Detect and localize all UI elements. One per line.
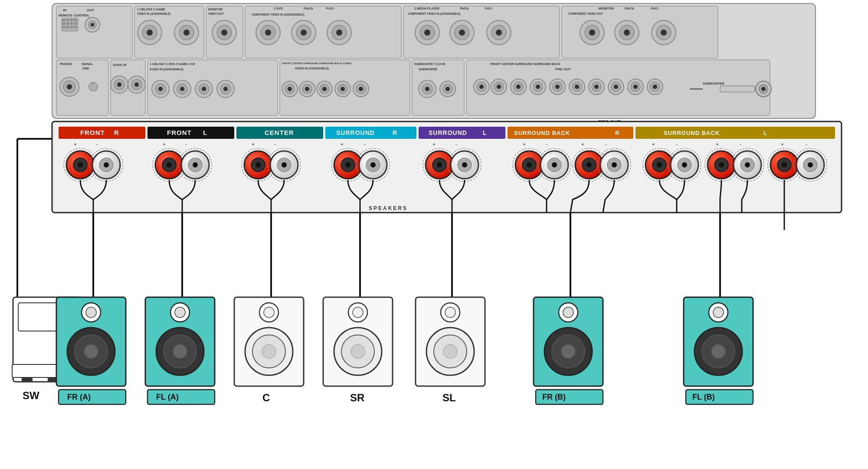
- svg-point-153: [497, 85, 501, 89]
- svg-point-257: [462, 162, 467, 167]
- svg-point-325: [86, 307, 96, 318]
- speaker-fra: [56, 297, 126, 386]
- svg-text:SUBWOOFER  7.1CH IN: SUBWOOFER 7.1CH IN: [414, 62, 445, 66]
- svg-point-50: [336, 30, 342, 36]
- svg-point-233: [193, 162, 198, 167]
- svg-point-245: [345, 162, 350, 167]
- svg-point-107: [202, 87, 206, 91]
- svg-point-281: [682, 162, 687, 167]
- svg-point-171: [614, 85, 618, 89]
- svg-text:-: -: [740, 141, 741, 148]
- svg-point-339: [264, 307, 274, 318]
- svg-point-225: [104, 162, 109, 167]
- svg-text:L: L: [483, 129, 487, 136]
- svg-point-125: [341, 87, 345, 91]
- svg-text:Pr/Cr: Pr/Cr: [485, 7, 492, 10]
- svg-rect-15: [62, 26, 65, 28]
- svg-text:1 CBL/SAT  2 GAME: 1 CBL/SAT 2 GAME: [137, 8, 165, 11]
- speaker-flb: [684, 297, 753, 386]
- svg-text:SURROUND BACK: SURROUND BACK: [664, 130, 720, 136]
- frb-label: FR (B): [542, 393, 566, 401]
- svg-point-328: [84, 344, 98, 358]
- svg-point-367: [711, 344, 725, 358]
- svg-text:+: +: [581, 141, 584, 148]
- svg-point-92: [117, 82, 121, 87]
- svg-point-58: [424, 30, 430, 36]
- svg-text:-: -: [546, 141, 547, 148]
- diagram-svg: IN OUT REMOTE CONTROL 1 CBL/SAT 2 GAME V…: [0, 0, 868, 469]
- svg-point-61: [459, 30, 465, 36]
- svg-text:1 CBL/SAT  2 DVD  3 GAME  4 CD: 1 CBL/SAT 2 DVD 3 GAME 4 CD: [150, 62, 195, 66]
- svg-point-351: [445, 307, 455, 318]
- main-container: IN OUT REMOTE CONTROL 1 CBL/SAT 2 GAME V…: [0, 0, 868, 469]
- svg-point-30: [183, 30, 190, 36]
- speaker-frb: [534, 297, 603, 386]
- svg-text:Pr/Cr: Pr/Cr: [651, 7, 658, 10]
- speaker-sr: [323, 297, 393, 386]
- svg-point-221: [78, 162, 83, 167]
- svg-rect-143: [720, 86, 755, 92]
- svg-text:-: -: [806, 141, 807, 148]
- svg-text:L: L: [92, 81, 94, 84]
- svg-text:-: -: [364, 141, 366, 148]
- svg-text:+: +: [252, 141, 255, 148]
- svg-point-137: [445, 87, 450, 91]
- svg-point-354: [443, 344, 457, 358]
- svg-point-348: [351, 344, 365, 358]
- svg-point-265: [552, 162, 557, 167]
- svg-rect-17: [70, 26, 73, 28]
- svg-rect-9: [70, 19, 73, 21]
- svg-text:R: R: [615, 130, 619, 136]
- svg-text:Pr/Cr: Pr/Cr: [326, 7, 334, 10]
- svg-text:R: R: [393, 129, 397, 136]
- svg-rect-7: [62, 19, 65, 21]
- svg-text:2 MEDIA PLAYER: 2 MEDIA PLAYER: [414, 7, 439, 10]
- svg-text:SPEAKERS: SPEAKERS: [369, 205, 408, 211]
- svg-point-165: [575, 85, 579, 89]
- svg-point-122: [322, 87, 327, 91]
- svg-text:SURROUND BACK: SURROUND BACK: [514, 130, 570, 136]
- fla-label: FL (A): [156, 393, 179, 401]
- svg-text:FRONT CENTER SURROUND SURROUND: FRONT CENTER SURROUND SURROUND BACK ZONE…: [282, 62, 352, 65]
- speaker-c: [234, 297, 304, 386]
- svg-point-47: [301, 30, 307, 36]
- svg-point-110: [223, 87, 228, 91]
- svg-text:CENTER: CENTER: [265, 129, 294, 136]
- svg-rect-12: [66, 23, 69, 25]
- svg-point-134: [425, 87, 429, 91]
- svg-point-177: [653, 85, 657, 89]
- svg-text:Pb/Cb: Pb/Cb: [304, 7, 313, 10]
- svg-point-36: [221, 30, 227, 36]
- svg-rect-16: [66, 26, 69, 28]
- svg-point-335: [173, 344, 187, 358]
- svg-text:+: +: [341, 141, 344, 148]
- svg-point-156: [516, 85, 521, 89]
- svg-text:AUDIO IN (ASSIGNABLE): AUDIO IN (ASSIGNABLE): [295, 67, 329, 70]
- svg-text:-: -: [455, 141, 457, 148]
- svg-text:-: -: [605, 141, 607, 148]
- svg-text:PHONO: PHONO: [60, 62, 72, 66]
- svg-point-357: [563, 307, 573, 318]
- svg-text:FRONT: FRONT: [80, 129, 105, 136]
- svg-text:-: -: [274, 141, 276, 148]
- svg-text:+: +: [652, 141, 655, 148]
- svg-text:PRE OUT: PRE OUT: [555, 67, 571, 71]
- svg-text:FRONT: FRONT: [167, 129, 192, 136]
- svg-text:IN: IN: [63, 8, 66, 12]
- svg-text:+: +: [716, 141, 719, 148]
- svg-point-64: [496, 30, 502, 36]
- svg-text:GND: GND: [82, 67, 89, 70]
- svg-point-101: [158, 87, 163, 91]
- svg-text:-: -: [185, 141, 187, 148]
- svg-text:AUDIO IN (ASSIGNABLE): AUDIO IN (ASSIGNABLE): [150, 68, 183, 71]
- svg-point-277: [657, 162, 662, 167]
- svg-text:COMPONENT VIDEO IN (ASSIGNABLE: COMPONENT VIDEO IN (ASSIGNABLE): [408, 12, 460, 16]
- svg-text:-: -: [676, 141, 678, 148]
- svg-rect-10: [74, 19, 77, 21]
- svg-point-27: [147, 30, 153, 36]
- svg-text:MONITOR: MONITOR: [599, 7, 614, 10]
- svg-text:REMOTE CONTROL: REMOTE CONTROL: [59, 13, 90, 17]
- svg-point-249: [370, 162, 376, 167]
- fra-label: FR (A): [67, 393, 91, 401]
- svg-point-162: [555, 85, 560, 89]
